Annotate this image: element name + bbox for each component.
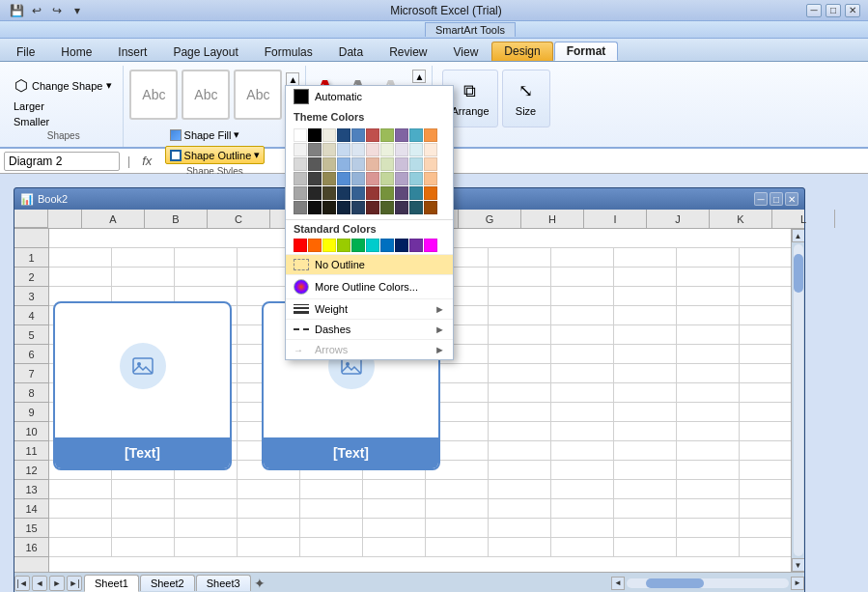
color-swatch[interactable]	[380, 143, 394, 156]
cell-i1[interactable]	[551, 248, 614, 267]
color-swatch[interactable]	[337, 157, 350, 171]
color-swatch[interactable]	[337, 201, 350, 214]
row-header-11[interactable]: 11	[14, 441, 48, 461]
color-swatch[interactable]	[409, 128, 423, 142]
color-swatch[interactable]	[424, 186, 437, 200]
tab-design[interactable]: Design	[491, 42, 552, 61]
color-swatch[interactable]	[351, 143, 365, 156]
smartart-shape-1[interactable]: [Text]	[53, 301, 232, 470]
color-swatch[interactable]	[294, 143, 307, 156]
color-swatch[interactable]	[351, 201, 365, 214]
color-swatch[interactable]	[308, 172, 322, 185]
excel-minimize-btn[interactable]: ─	[754, 192, 768, 206]
col-header-L[interactable]: L	[772, 210, 835, 228]
color-swatch[interactable]	[380, 157, 394, 171]
std-color-purple[interactable]	[409, 239, 423, 252]
name-box[interactable]	[4, 152, 120, 171]
color-swatch[interactable]	[351, 157, 365, 171]
no-outline-option[interactable]: No Outline	[286, 254, 453, 274]
sheet-tab-sheet2[interactable]: Sheet2	[140, 575, 195, 591]
cell-b1[interactable]	[112, 248, 175, 267]
color-swatch[interactable]	[294, 172, 307, 185]
row-header-1[interactable]: 1	[14, 248, 48, 268]
color-swatch[interactable]	[294, 157, 307, 171]
row-header-10[interactable]: 10	[14, 422, 48, 441]
color-swatch[interactable]	[409, 172, 423, 185]
color-swatch[interactable]	[395, 128, 408, 142]
color-swatch[interactable]	[351, 128, 365, 142]
horizontal-scrollbar[interactable]: ◄ ►	[611, 577, 804, 590]
scroll-up-arrow[interactable]: ▲	[792, 229, 805, 242]
color-swatch[interactable]	[395, 186, 408, 200]
h-scroll-thumb[interactable]	[646, 578, 704, 588]
row-header-4[interactable]: 4	[14, 306, 48, 325]
color-swatch[interactable]	[366, 157, 379, 171]
save-quick-btn[interactable]: 💾	[8, 3, 25, 18]
color-swatch[interactable]	[424, 201, 437, 214]
color-swatch[interactable]	[424, 143, 437, 156]
std-color-blue[interactable]	[380, 239, 394, 252]
std-color-teal[interactable]	[366, 239, 379, 252]
cell-k1[interactable]	[677, 248, 740, 267]
excel-maximize-btn[interactable]: □	[770, 192, 783, 206]
row-header-14[interactable]: 14	[14, 499, 48, 519]
tab-view[interactable]: View	[441, 42, 491, 61]
color-swatch[interactable]	[366, 186, 379, 200]
redo-quick-btn[interactable]: ↪	[48, 3, 66, 18]
style-scroll-up[interactable]: ▲	[286, 72, 299, 86]
col-header-C[interactable]: C	[208, 210, 270, 228]
std-color-green[interactable]	[351, 239, 365, 252]
h-scroll-track[interactable]	[627, 578, 789, 588]
row-header-15[interactable]: 15	[14, 519, 48, 538]
color-swatch[interactable]	[424, 172, 437, 185]
v-scroll-track[interactable]	[794, 244, 803, 556]
col-header-J[interactable]: J	[647, 210, 710, 228]
color-swatch[interactable]	[395, 172, 408, 185]
color-swatch[interactable]	[322, 186, 336, 200]
wordart-scroll-up[interactable]: ▲	[412, 70, 426, 83]
color-swatch[interactable]	[322, 128, 336, 142]
color-swatch[interactable]	[308, 143, 322, 156]
color-swatch[interactable]	[294, 128, 307, 142]
color-swatch[interactable]	[395, 157, 408, 171]
row-header-7[interactable]: 7	[14, 364, 48, 383]
arrows-option[interactable]: → Arrows ►	[286, 339, 453, 359]
color-swatch[interactable]	[380, 186, 394, 200]
row-header-13[interactable]: 13	[14, 480, 48, 499]
tab-review[interactable]: Review	[377, 42, 439, 61]
shape-outline-button[interactable]: Shape Outline ▾	[165, 146, 266, 164]
col-header-B[interactable]: B	[145, 210, 208, 228]
more-outline-colors-option[interactable]: More Outline Colors...	[286, 274, 453, 298]
sheet-tab-sheet1[interactable]: Sheet1	[84, 575, 139, 592]
h-scroll-right[interactable]: ►	[791, 577, 804, 590]
sheet-nav-prev[interactable]: ◄	[32, 576, 47, 591]
row-header-9[interactable]: 9	[14, 403, 48, 422]
sheet-nav-first[interactable]: |◄	[14, 576, 30, 591]
minimize-button[interactable]: ─	[806, 4, 822, 17]
table-row[interactable]	[49, 538, 791, 557]
undo-quick-btn[interactable]: ↩	[28, 3, 45, 18]
customize-quick-btn[interactable]: ▾	[69, 3, 86, 18]
col-header-I[interactable]: I	[584, 210, 647, 228]
sheet-tab-sheet3[interactable]: Sheet3	[196, 575, 251, 591]
size-button[interactable]: ⤡ Size	[502, 70, 550, 127]
color-swatch[interactable]	[409, 157, 423, 171]
color-swatch[interactable]	[337, 186, 350, 200]
color-swatch[interactable]	[424, 128, 437, 142]
table-row[interactable]	[49, 519, 791, 538]
color-swatch[interactable]	[308, 201, 322, 214]
col-header-K[interactable]: K	[710, 210, 772, 228]
larger-button[interactable]: Larger	[10, 99, 117, 113]
color-swatch[interactable]	[409, 143, 423, 156]
tab-insert[interactable]: Insert	[105, 42, 159, 61]
std-color-darkblue[interactable]	[395, 239, 408, 252]
row-header-2[interactable]: 2	[14, 268, 48, 287]
color-swatch[interactable]	[322, 143, 336, 156]
color-swatch[interactable]	[380, 201, 394, 214]
row-header-16[interactable]: 16	[14, 538, 48, 557]
color-swatch[interactable]	[322, 201, 336, 214]
tab-home[interactable]: Home	[48, 42, 104, 61]
tab-format[interactable]: Format	[554, 42, 619, 61]
row-header-12[interactable]: 12	[14, 461, 48, 480]
color-swatch[interactable]	[366, 128, 379, 142]
